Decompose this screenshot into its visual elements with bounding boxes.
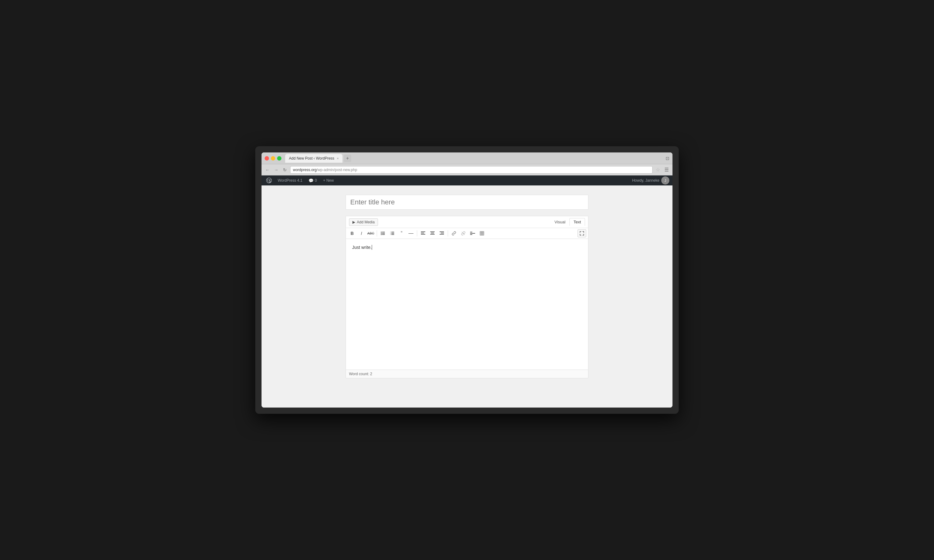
tab-visual[interactable]: Visual xyxy=(550,218,569,226)
url-path: /wp-admin/post-new.php xyxy=(317,168,357,172)
forward-button[interactable]: → xyxy=(273,166,280,173)
ordered-list-button[interactable]: 123 xyxy=(388,229,397,237)
svg-point-5 xyxy=(381,234,382,235)
svg-text:3: 3 xyxy=(390,234,391,235)
word-count-label: Word count: 2 xyxy=(349,372,372,376)
editor-tabs: Visual Text xyxy=(550,218,585,226)
svg-point-3 xyxy=(381,232,382,233)
wp-admin-bar: WordPress 4.1 💬 0 + New Howdy, Janneke J xyxy=(262,175,672,185)
svg-rect-2 xyxy=(382,234,385,235)
url-domain: wordpress.org xyxy=(293,168,317,172)
new-tab-button[interactable]: + xyxy=(344,155,351,162)
add-media-button[interactable]: ▶ Add Media xyxy=(349,218,378,226)
tab-text[interactable]: Text xyxy=(569,218,585,226)
editor-container: ▶ Add Media Visual Text B I ABC xyxy=(345,216,589,378)
editor-top-bar: ▶ Add Media Visual Text xyxy=(346,216,588,228)
main-content: ▶ Add Media Visual Text B I ABC xyxy=(262,185,672,408)
align-left-button[interactable] xyxy=(419,229,427,237)
unordered-list-button[interactable] xyxy=(379,229,387,237)
minimize-button[interactable] xyxy=(271,156,275,160)
editor-text: Just write. xyxy=(352,245,372,250)
svg-rect-16 xyxy=(431,233,434,233)
svg-rect-17 xyxy=(430,234,435,235)
align-center-button[interactable] xyxy=(428,229,437,237)
svg-rect-0 xyxy=(382,232,385,232)
url-bar[interactable]: wordpress.org/wp-admin/post-new.php xyxy=(290,166,653,174)
browser-window: Add New Post ‹ WordPress × + ⊡ ← → ↻ wor… xyxy=(262,152,672,408)
svg-rect-22 xyxy=(470,233,475,234)
wp-logo-icon xyxy=(266,178,272,183)
add-media-label: Add Media xyxy=(357,220,375,224)
bookmark-icon[interactable]: ☆ xyxy=(654,167,661,173)
format-toolbar: B I ABC 123 “ — xyxy=(346,228,588,239)
toolbar-sep-1 xyxy=(377,230,377,237)
svg-rect-8 xyxy=(391,234,394,235)
unlink-button[interactable] xyxy=(459,229,468,237)
monitor: Add New Post ‹ WordPress × + ⊡ ← → ↻ wor… xyxy=(255,146,679,414)
window-buttons xyxy=(265,156,281,160)
tab-close-icon[interactable]: × xyxy=(337,157,339,160)
svg-rect-25 xyxy=(480,231,484,235)
svg-rect-23 xyxy=(470,232,472,232)
word-count-bar: Word count: 2 xyxy=(346,369,588,378)
italic-button[interactable]: I xyxy=(357,229,366,237)
svg-rect-7 xyxy=(391,233,394,234)
svg-rect-6 xyxy=(391,232,394,232)
toolbar-sep-3 xyxy=(448,230,448,237)
svg-rect-19 xyxy=(441,233,444,233)
svg-rect-15 xyxy=(430,231,435,232)
table-button[interactable] xyxy=(478,229,486,237)
close-button[interactable] xyxy=(265,156,269,160)
svg-rect-14 xyxy=(421,234,425,235)
new-item[interactable]: + New xyxy=(320,175,337,185)
strikethrough-button[interactable]: ABC xyxy=(367,229,375,237)
address-bar: ← → ↻ wordpress.org/wp-admin/post-new.ph… xyxy=(262,164,672,175)
svg-rect-20 xyxy=(439,234,444,235)
toolbar-sep-2 xyxy=(417,230,417,237)
hr-button[interactable]: — xyxy=(407,229,415,237)
insert-more-button[interactable] xyxy=(468,229,477,237)
svg-rect-18 xyxy=(439,231,444,232)
reload-button[interactable]: ↻ xyxy=(281,166,288,173)
wp-version-label: WordPress 4.1 xyxy=(278,178,302,183)
blockquote-button[interactable]: “ xyxy=(397,229,406,237)
maximize-button[interactable] xyxy=(277,156,281,160)
howdy-label: Howdy, Janneke xyxy=(632,178,660,183)
align-right-button[interactable] xyxy=(438,229,446,237)
comments-item[interactable]: 💬 0 xyxy=(305,175,320,185)
editor-content-area[interactable]: Just write. xyxy=(346,239,588,369)
comments-count: 0 xyxy=(315,178,317,183)
wp-version-item[interactable]: WordPress 4.1 xyxy=(274,175,305,185)
window-restore-icon[interactable]: ⊡ xyxy=(666,156,669,161)
svg-rect-24 xyxy=(470,234,472,235)
post-editor: ▶ Add Media Visual Text B I ABC xyxy=(345,195,589,378)
tab-bar: Add New Post ‹ WordPress × + xyxy=(285,154,666,163)
settings-icon[interactable]: ☰ xyxy=(663,167,670,173)
title-bar: Add New Post ‹ WordPress × + ⊡ xyxy=(262,152,672,164)
comments-icon: 💬 xyxy=(308,178,313,183)
post-title-input[interactable] xyxy=(345,195,589,210)
svg-line-21 xyxy=(462,232,464,235)
fullscreen-button[interactable] xyxy=(578,229,586,237)
wp-logo[interactable] xyxy=(265,176,273,185)
svg-point-4 xyxy=(381,233,382,234)
back-button[interactable]: ← xyxy=(264,166,271,173)
svg-rect-13 xyxy=(421,233,424,233)
active-tab[interactable]: Add New Post ‹ WordPress × xyxy=(285,154,342,163)
bold-button[interactable]: B xyxy=(348,229,356,237)
svg-rect-1 xyxy=(382,233,385,234)
add-media-icon: ▶ xyxy=(353,220,355,224)
new-label: + New xyxy=(323,178,334,183)
user-avatar[interactable]: J xyxy=(661,176,669,185)
tab-title: Add New Post ‹ WordPress xyxy=(289,156,334,160)
svg-rect-12 xyxy=(421,231,425,232)
howdy-section: Howdy, Janneke J xyxy=(632,176,669,185)
link-button[interactable] xyxy=(450,229,458,237)
